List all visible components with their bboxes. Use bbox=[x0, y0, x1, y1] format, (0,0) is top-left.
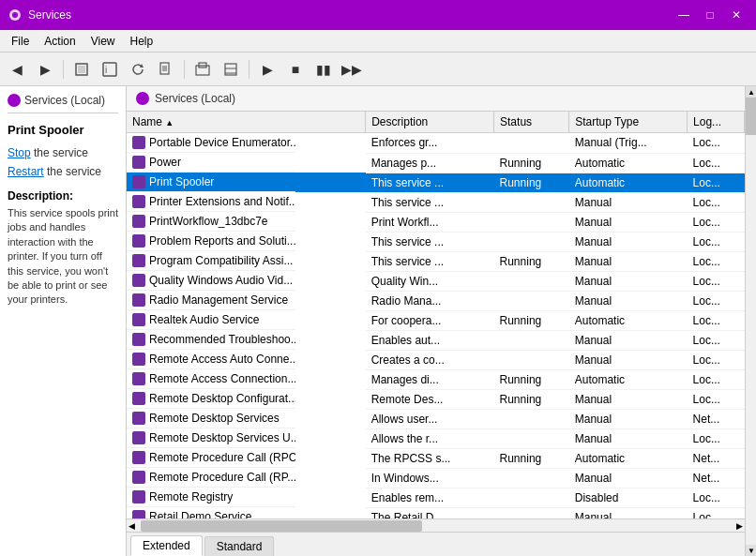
vscroll-track[interactable] bbox=[746, 98, 756, 545]
restart-link[interactable]: Restart bbox=[8, 165, 44, 178]
service-status: Running bbox=[494, 251, 569, 271]
tab-standard[interactable]: Standard bbox=[204, 536, 275, 556]
menu-file[interactable]: File bbox=[4, 31, 37, 52]
service-description: Quality Win... bbox=[366, 271, 494, 291]
menu-help[interactable]: Help bbox=[123, 31, 161, 52]
app-icon bbox=[8, 8, 23, 23]
service-startup: Automatic bbox=[569, 310, 688, 330]
table-row[interactable]: Problem Reports and Soluti...This servic… bbox=[127, 232, 745, 251]
service-log: Loc... bbox=[688, 133, 745, 154]
service-name-text: Problem Reports and Soluti... bbox=[149, 234, 295, 248]
services-table[interactable]: Name ▲ Description Status Startup Type L… bbox=[127, 112, 745, 518]
toolbar-pause[interactable]: ▮▮ bbox=[310, 56, 337, 83]
table-row[interactable]: Remote Access Auto Conne...Creates a co.… bbox=[127, 350, 745, 369]
svg-point-1 bbox=[12, 12, 18, 18]
menu-view[interactable]: View bbox=[83, 31, 123, 52]
service-log: Loc... bbox=[688, 192, 745, 212]
toolbar-view-list[interactable] bbox=[218, 56, 244, 83]
horizontal-scrollbar[interactable]: ◀ ▶ bbox=[127, 518, 745, 532]
service-startup: Manual (Trig... bbox=[569, 133, 688, 154]
table-row[interactable]: Remote Procedure Call (RP...In Windows..… bbox=[127, 468, 745, 488]
service-log: Loc... bbox=[688, 507, 745, 518]
service-description: Remote Des... bbox=[366, 389, 494, 409]
tab-bar: Extended Standard bbox=[127, 532, 745, 556]
close-button[interactable]: ✕ bbox=[724, 3, 748, 27]
selected-service-name: Print Spooler bbox=[8, 123, 118, 137]
table-row[interactable]: Remote Desktop Configurat...Remote Des..… bbox=[127, 389, 745, 409]
table-row[interactable]: Printer Extensions and Notif...This serv… bbox=[127, 192, 745, 212]
service-startup: Automatic bbox=[569, 369, 688, 389]
toolbar-sep-1 bbox=[63, 60, 64, 79]
toolbar-forward[interactable]: ▶ bbox=[32, 56, 58, 83]
svg-rect-3 bbox=[78, 66, 85, 73]
tab-extended[interactable]: Extended bbox=[130, 535, 203, 556]
toolbar-up[interactable] bbox=[68, 56, 95, 83]
table-row[interactable]: Remote Procedure Call (RPC)The RPCSS s..… bbox=[127, 448, 745, 468]
service-log: Loc... bbox=[688, 389, 745, 409]
table-row[interactable]: Recommended Troubleshoo...Enables aut...… bbox=[127, 330, 745, 350]
menu-action[interactable]: Action bbox=[37, 31, 83, 52]
service-icon bbox=[132, 293, 145, 307]
toolbar-back[interactable]: ◀ bbox=[4, 56, 30, 83]
toolbar-restart[interactable]: ▶▶ bbox=[339, 56, 365, 83]
table-row[interactable]: Remote Desktop ServicesAllows user...Man… bbox=[127, 409, 745, 428]
service-icon bbox=[132, 431, 145, 444]
stop-suffix: the service bbox=[31, 146, 88, 159]
service-icon bbox=[132, 353, 145, 366]
service-name-cell: Print Spooler bbox=[127, 173, 295, 192]
service-name-text: Remote Access Auto Conne... bbox=[149, 353, 295, 366]
table-row[interactable]: Program Compatibility Assi...This servic… bbox=[127, 251, 745, 271]
table-row[interactable]: Portable Device Enumerator...Enforces gr… bbox=[127, 133, 745, 154]
service-name-text: Remote Desktop Services U... bbox=[149, 431, 295, 444]
col-startup-type[interactable]: Startup Type bbox=[569, 112, 688, 133]
service-icon bbox=[132, 451, 145, 464]
toolbar-refresh[interactable] bbox=[125, 56, 151, 83]
table-row[interactable]: Remote RegistryEnables rem...DisabledLoc… bbox=[127, 488, 745, 507]
toolbar-play[interactable]: ▶ bbox=[254, 56, 280, 83]
service-description: Print Workfl... bbox=[366, 212, 494, 232]
service-description: Creates a co... bbox=[366, 350, 494, 369]
description-text: This service spools print jobs and handl… bbox=[8, 206, 118, 308]
service-log: Loc... bbox=[688, 212, 745, 232]
service-status bbox=[494, 409, 569, 428]
service-startup: Manual bbox=[569, 232, 688, 251]
service-name-cell: Remote Registry bbox=[127, 488, 295, 507]
table-row[interactable]: Radio Management ServiceRadio Mana...Man… bbox=[127, 291, 745, 310]
service-description: Enables aut... bbox=[366, 330, 494, 350]
table-row[interactable]: Quality Windows Audio Vid...Quality Win.… bbox=[127, 271, 745, 291]
toolbar-stop[interactable]: ■ bbox=[282, 56, 309, 83]
toolbar-properties[interactable]: i bbox=[97, 56, 123, 83]
vscroll-thumb[interactable] bbox=[746, 98, 756, 135]
table-row[interactable]: Print SpoolerThis service ...RunningAuto… bbox=[127, 173, 745, 192]
table-row[interactable]: PowerManages p...RunningAutomaticLoc... bbox=[127, 153, 745, 173]
col-name[interactable]: Name ▲ bbox=[127, 112, 366, 133]
minimize-button[interactable]: — bbox=[672, 3, 696, 27]
table-row[interactable]: Remote Access Connection...Manages di...… bbox=[127, 369, 745, 389]
vscroll-down[interactable]: ▼ bbox=[746, 545, 756, 556]
service-log: Loc... bbox=[688, 428, 745, 448]
service-icon bbox=[132, 510, 145, 518]
service-icon bbox=[132, 412, 145, 425]
vertical-scrollbar[interactable]: ▲ ▼ bbox=[745, 86, 756, 556]
service-description: Allows the r... bbox=[366, 428, 494, 448]
hscroll-thumb[interactable] bbox=[141, 520, 422, 532]
service-name-text: Power bbox=[149, 156, 181, 169]
service-description: This service ... bbox=[366, 251, 494, 271]
hscroll-left[interactable]: ◀ bbox=[127, 521, 137, 531]
service-log: Loc... bbox=[688, 271, 745, 291]
col-status[interactable]: Status bbox=[494, 112, 569, 133]
table-row[interactable]: PrintWorkflow_13dbc7ePrint Workfl...Manu… bbox=[127, 212, 745, 232]
stop-link[interactable]: Stop bbox=[8, 146, 31, 159]
table-row[interactable]: Retail Demo ServiceThe Retail D...Manual… bbox=[127, 507, 745, 518]
vscroll-up[interactable]: ▲ bbox=[746, 86, 756, 98]
table-row[interactable]: Realtek Audio ServiceFor coopera...Runni… bbox=[127, 310, 745, 330]
hscroll-right[interactable]: ▶ bbox=[734, 521, 745, 531]
toolbar-info[interactable] bbox=[189, 56, 216, 83]
toolbar-export[interactable] bbox=[153, 56, 179, 83]
service-startup: Automatic bbox=[569, 173, 688, 192]
table-row[interactable]: Remote Desktop Services U...Allows the r… bbox=[127, 428, 745, 448]
right-panel-header: Services (Local) bbox=[127, 86, 745, 112]
col-description[interactable]: Description bbox=[366, 112, 494, 133]
maximize-button[interactable]: □ bbox=[698, 3, 722, 27]
col-log[interactable]: Log... bbox=[688, 112, 745, 133]
